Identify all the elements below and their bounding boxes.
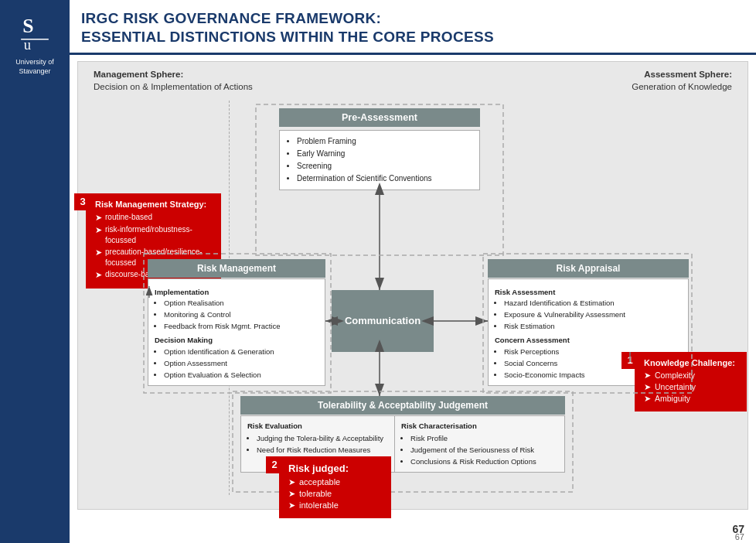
rms-item-1: ➤routine-based	[95, 212, 212, 224]
rms-title: Risk Management Strategy:	[95, 200, 212, 209]
risk-management-content: Implementation Option Realisation Monito…	[148, 278, 325, 387]
university-name: University of Stavanger	[0, 58, 70, 76]
tolerability-header: Tolerability & Acceptability Judgement	[240, 396, 565, 415]
page-header: IRGC RISK GOVERNANCE FRAMEWORK: ESSENTIA…	[70, 0, 756, 55]
communication-box: Communication	[332, 290, 434, 352]
kc-title: Knowledge Challenge:	[644, 358, 737, 367]
risk-appraisal-header: Risk Appraisal	[488, 259, 689, 278]
management-sphere-label: Management Sphere: Decision on & Impleme…	[94, 68, 253, 93]
page-number-small: 67	[735, 532, 744, 541]
kc-item-2: ➤Uncertainty	[644, 382, 737, 392]
risk-characterisation: Risk Characterisation Risk Profile Judge…	[395, 416, 564, 473]
university-logo: S u	[12, 8, 58, 54]
rj-title: Risk judged:	[288, 463, 382, 474]
risk-management-header: Risk Management	[148, 259, 325, 278]
main-content: IRGC RISK GOVERNANCE FRAMEWORK: ESSENTIA…	[70, 0, 756, 543]
framework-diagram: Management Sphere: Decision on & Impleme…	[77, 61, 748, 510]
svg-text:u: u	[24, 36, 31, 50]
pre-assessment-content: Problem Framing Early Warning Screening …	[279, 130, 480, 190]
risk-judged-box: Risk judged: ➤acceptable ➤tolerable ➤int…	[279, 456, 391, 518]
sidebar: S u University of Stavanger	[0, 0, 70, 543]
rms-item-2: ➤risk-informed/robustness-focussed	[95, 224, 212, 245]
sphere-labels: Management Sphere: Decision on & Impleme…	[78, 62, 747, 96]
kc-item-1: ➤Complexity	[644, 371, 737, 381]
rj-item-3: ➤intolerable	[288, 500, 382, 511]
pre-assessment-header: Pre-Assessment	[279, 108, 480, 127]
page-title: IRGC RISK GOVERNANCE FRAMEWORK: ESSENTIA…	[81, 9, 744, 46]
svg-text:S: S	[22, 15, 33, 37]
rj-item-2: ➤tolerable	[288, 489, 382, 499]
rj-item-1: ➤acceptable	[288, 477, 382, 487]
knowledge-challenge-box: Knowledge Challenge: ➤Complexity ➤Uncert…	[635, 352, 747, 412]
kc-item-3: ➤Ambiguity	[644, 394, 737, 404]
assessment-sphere-label: Assessment Sphere: Generation of Knowled…	[632, 68, 732, 93]
